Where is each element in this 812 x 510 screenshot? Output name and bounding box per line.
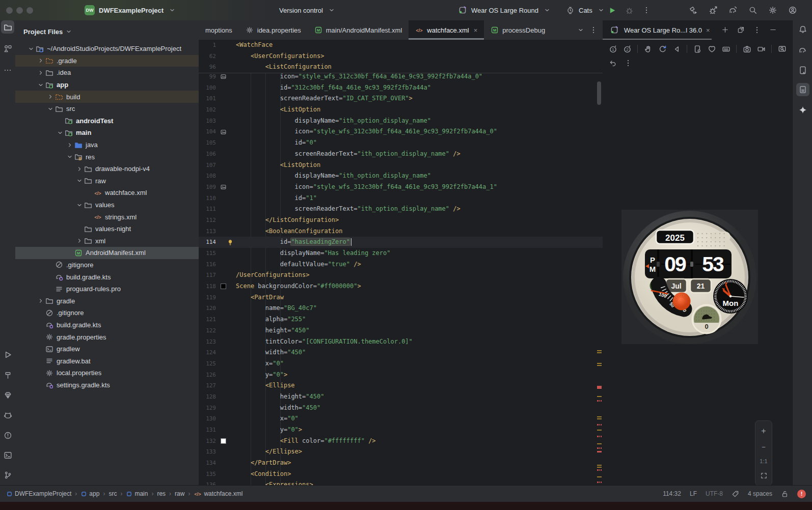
code-line-114[interactable]: 114 id="hasLeadingZero" <box>199 237 603 248</box>
tree-item-gradlew[interactable]: gradlew <box>15 343 199 355</box>
tab-moptions[interactable]: moptions <box>199 20 239 40</box>
code-line-1[interactable]: 1<WatchFace <box>199 40 603 51</box>
button-1-button[interactable]: 1 <box>607 43 619 55</box>
code-line-107[interactable]: 107 <ListOption <box>199 160 603 171</box>
tree-item-build.gradle.kts[interactable]: build.gradle.kts <box>15 271 199 283</box>
phone-gear-button[interactable] <box>691 43 703 55</box>
tree-item-androidtest[interactable]: androidTest <box>15 115 199 127</box>
tree-item-settings.gradle.kts[interactable]: settings.gradle.kts <box>15 379 199 391</box>
tree-item-gradlew.bat[interactable]: gradlew.bat <box>15 355 199 367</box>
tree-item-proguard-rules.pro[interactable]: proguard-rules.pro <box>15 283 199 295</box>
tree-item-raw[interactable]: raw <box>15 175 199 187</box>
tree-item-build[interactable]: build <box>15 91 199 103</box>
code-line-105[interactable]: 105 id="0" <box>199 137 603 149</box>
undo-button[interactable] <box>607 57 619 69</box>
breadcrumb-item-raw[interactable]: raw <box>175 490 184 497</box>
window-minimize-button[interactable] <box>16 7 23 14</box>
tree-item-xml[interactable]: xml <box>15 235 199 247</box>
tag-icon[interactable] <box>732 490 739 498</box>
button-2-button[interactable]: 2 <box>621 43 633 55</box>
encoding-widget[interactable]: UTF-8 <box>706 490 723 497</box>
chevron-right-icon[interactable] <box>75 165 84 173</box>
breadcrumb-item-main[interactable]: main <box>126 490 148 497</box>
avatar-button[interactable] <box>787 5 798 16</box>
code-line-124[interactable]: 124 width="450" <box>199 347 603 358</box>
line-separator-widget[interactable]: LF <box>690 490 697 497</box>
chevron-down-icon[interactable] <box>36 81 45 89</box>
tree-item--androidstudioprojects-dwfexampleproject[interactable]: ~/AndroidStudioProjects/DWFExampleProjec… <box>15 43 199 55</box>
stripe-mark-redd[interactable] <box>597 436 602 437</box>
tool-window-problems[interactable] <box>1 429 14 442</box>
tree-item-gradle[interactable]: gradle <box>15 295 199 307</box>
tree-item-app[interactable]: app <box>15 79 199 91</box>
code-line-115[interactable]: 115 displayName="Has leading zero" <box>199 248 603 259</box>
stripe-mark-red[interactable] <box>597 386 602 389</box>
chevron-down-icon[interactable] <box>26 45 35 53</box>
hidden-tabs-button[interactable] <box>577 26 584 34</box>
tree-item-gradle.properties[interactable]: gradle.properties <box>15 331 199 343</box>
error-badge[interactable]: ! <box>797 490 806 498</box>
code-line-127[interactable]: 127 <Ellipse <box>199 380 603 391</box>
code-line-62[interactable]: 62 <UserConfigurations> <box>199 51 603 62</box>
screen-search-button[interactable] <box>776 43 788 55</box>
code-line-121[interactable]: 121 alpha="255" <box>199 314 603 325</box>
tree-item-.gradle[interactable]: .gradle <box>15 55 199 67</box>
unlock-icon[interactable] <box>781 490 789 498</box>
color-preview-chip[interactable] <box>218 281 228 292</box>
code-line-118[interactable]: 118Scene backgroundColor="#ff000000"> <box>199 281 603 292</box>
tab-close-icon[interactable]: × <box>474 26 478 34</box>
device-display[interactable]: 2025 P M 09 53 <box>621 210 758 344</box>
code-line-134[interactable]: 134 </PartDraw> <box>199 458 603 469</box>
image-preview-icon[interactable] <box>218 126 228 137</box>
build-run-button[interactable] <box>688 5 699 16</box>
zoom-in-button[interactable]: + <box>761 427 766 436</box>
chevron-right-icon[interactable] <box>65 141 74 149</box>
code-editor[interactable]: 99 icon="style_wfs_312c30bf_f64a_461e_9c… <box>199 71 603 491</box>
keyboard-button[interactable] <box>720 43 732 55</box>
run-configuration-selector[interactable]: Cats <box>564 0 607 20</box>
code-line-125[interactable]: 125 x="0" <box>199 358 603 370</box>
video-button[interactable] <box>755 43 767 55</box>
breadcrumb-item-app[interactable]: app <box>80 490 99 497</box>
stripe-mark-gold[interactable] <box>597 476 602 478</box>
code-line-131[interactable]: 131 y="0"> <box>199 424 603 436</box>
window-close-button[interactable] <box>6 7 13 14</box>
tree-item-.idea[interactable]: .idea <box>15 67 199 79</box>
tree-item-values[interactable]: values <box>15 199 199 211</box>
tool-window-gradle-elephant[interactable] <box>796 43 809 56</box>
stripe-mark-redd[interactable] <box>597 481 602 483</box>
tool-window-aqi-gem[interactable] <box>1 388 14 402</box>
chevron-right-icon[interactable] <box>46 93 55 101</box>
tree-item-watchface.xml[interactable]: </>watchface.xml <box>15 187 199 199</box>
code-line-123[interactable]: 123 tintColor="[CONFIGURATION.themeColor… <box>199 336 603 348</box>
breadcrumb-item-src[interactable]: src <box>109 490 117 497</box>
breadcrumb-item-dwfexampleproject[interactable]: DWFExampleProject <box>6 490 71 497</box>
tree-item-.gitignore[interactable]: .gitignore <box>15 307 199 319</box>
stripe-mark-gold[interactable] <box>597 396 602 398</box>
tool-window-resource-shapes[interactable] <box>1 42 14 55</box>
breadcrumb-item-watchface.xml[interactable]: </>watchface.xml <box>194 490 242 498</box>
kebab-button[interactable] <box>753 26 761 34</box>
code-line-133[interactable]: 133 </Ellipse> <box>199 446 603 458</box>
tree-item-androidmanifest.xml[interactable]: MAndroidManifest.xml <box>15 247 199 259</box>
tree-item-strings.xml[interactable]: </>strings.xml <box>15 211 199 223</box>
tool-window-version-control-branch[interactable] <box>1 468 14 481</box>
project-view-selector[interactable]: Project Files <box>23 25 72 38</box>
code-line-116[interactable]: 116 defaultValue="true" /> <box>199 259 603 270</box>
code-line-126[interactable]: 126 y="0"> <box>199 370 603 381</box>
zoom-out-button[interactable]: − <box>762 443 766 451</box>
code-line-96[interactable]: 96 <ListConfiguration <box>199 62 603 73</box>
stripe-mark-gold[interactable] <box>597 430 602 431</box>
tree-item-values-night[interactable]: values-night <box>15 223 199 235</box>
tree-item-res[interactable]: res <box>15 151 199 163</box>
tool-window-more-ellipsis[interactable] <box>1 64 14 77</box>
device-tab-close[interactable]: × <box>706 26 710 34</box>
code-line-122[interactable]: 122 height="450" <box>199 325 603 336</box>
stripe-mark-red[interactable] <box>597 451 602 452</box>
breadcrumb-item-res[interactable]: res <box>157 490 166 497</box>
indent-widget[interactable]: 4 spaces <box>748 490 772 497</box>
code-line-113[interactable]: 113 <BooleanConfiguration <box>199 226 603 237</box>
minimize-button[interactable] <box>769 26 777 34</box>
tool-window-logcat-cat[interactable] <box>1 409 14 422</box>
code-line-112[interactable]: 112 </ListConfiguration> <box>199 215 603 226</box>
